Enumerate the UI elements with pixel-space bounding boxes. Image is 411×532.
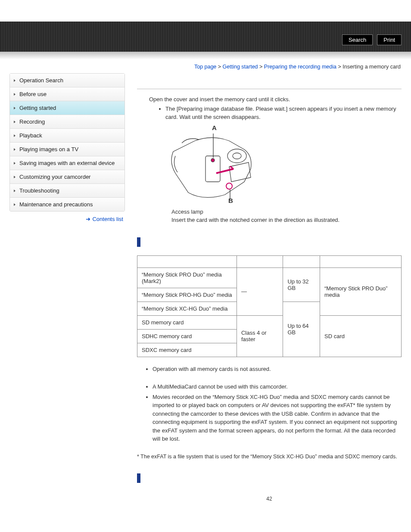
table-cell: SD memory card bbox=[137, 315, 237, 329]
table-cell: “Memory Stick XC-HG Duo” media bbox=[137, 302, 237, 315]
sidebar-item-playback[interactable]: Playback bbox=[10, 129, 125, 143]
page-number: 42 bbox=[137, 496, 402, 502]
table-cell: — bbox=[237, 268, 283, 315]
sidebar-item-recording[interactable]: Recording bbox=[10, 115, 125, 129]
note-item: A MultiMediaCard cannot be used with thi… bbox=[153, 383, 402, 391]
sidebar-item-saving-external[interactable]: Saving images with an external device bbox=[10, 156, 125, 170]
section-marker bbox=[137, 237, 140, 247]
diagram-label-a: A bbox=[212, 124, 217, 131]
breadcrumb-current: Inserting a memory card bbox=[342, 64, 401, 70]
breadcrumb-l2[interactable]: Preparing the recording media bbox=[264, 64, 336, 70]
sidebar-item-label: Getting started bbox=[19, 105, 56, 111]
note-item: Movies recorded on the “Memory Stick XC-… bbox=[153, 393, 402, 443]
print-button[interactable]: Print bbox=[377, 34, 402, 45]
section-marker bbox=[137, 473, 140, 483]
arrow-right-icon: ➜ bbox=[86, 216, 90, 222]
intro-bullet: The [Preparing image database file. Plea… bbox=[165, 105, 402, 121]
intro-text: Open the cover and insert the memory car… bbox=[149, 96, 402, 103]
table-cell: SDHC memory card bbox=[137, 329, 237, 343]
breadcrumb-l1[interactable]: Getting started bbox=[223, 64, 258, 70]
breadcrumb-top[interactable]: Top page bbox=[194, 64, 216, 70]
sidebar-item-troubleshooting[interactable]: Troubleshooting bbox=[10, 184, 125, 198]
table-cell: Up to 64 GB bbox=[283, 302, 320, 357]
table-cell: Up to 32 GB bbox=[283, 268, 320, 302]
sidebar-item-label: Maintenance and precautions bbox=[19, 201, 93, 208]
divider bbox=[137, 89, 402, 89]
svg-point-1 bbox=[233, 153, 241, 159]
sidebar-item-label: Customizing your camcorder bbox=[19, 174, 90, 180]
table-cell: “Memory Stick PRO-HG Duo” media bbox=[137, 288, 237, 302]
caption-insert: Insert the card with the notched corner … bbox=[171, 216, 402, 224]
sidebar-item-label: Saving images with an external device bbox=[19, 160, 115, 166]
table-cell: SD card bbox=[320, 315, 402, 357]
table-cell: “Memory Stick PRO Duo” media (Mark2) bbox=[137, 268, 237, 288]
search-button[interactable]: Search bbox=[342, 34, 373, 45]
diagram-label-b: B bbox=[228, 197, 233, 204]
header-band: Search Print bbox=[0, 22, 411, 52]
svg-point-0 bbox=[227, 149, 246, 163]
sidebar-item-getting-started[interactable]: Getting started bbox=[10, 101, 125, 115]
sidebar-item-label: Operation Search bbox=[19, 77, 63, 84]
caption-access-lamp: Access lamp bbox=[171, 208, 402, 216]
contents-list-link[interactable]: Contents list bbox=[92, 216, 123, 222]
sidebar-item-operation-search[interactable]: Operation Search bbox=[10, 74, 125, 87]
note-item: Operation with all memory cards is not a… bbox=[153, 365, 402, 373]
sidebar: Operation Search Before use Getting star… bbox=[9, 73, 125, 212]
sidebar-item-label: Before use bbox=[19, 91, 47, 97]
table-cell: “Memory Stick PRO Duo” media bbox=[320, 268, 402, 315]
sidebar-item-label: Playing images on a TV bbox=[19, 146, 78, 152]
sidebar-item-label: Recording bbox=[19, 118, 45, 125]
sidebar-item-before-use[interactable]: Before use bbox=[10, 87, 125, 101]
camcorder-diagram: A B bbox=[165, 126, 264, 203]
sidebar-item-label: Playback bbox=[19, 132, 42, 139]
footnote: * The exFAT is a file system that is use… bbox=[137, 453, 402, 461]
sidebar-item-label: Troubleshooting bbox=[19, 187, 59, 194]
memory-card-table: “Memory Stick PRO Duo” media (Mark2) — U… bbox=[137, 255, 402, 357]
sidebar-item-playing-tv[interactable]: Playing images on a TV bbox=[10, 143, 125, 156]
svg-point-4 bbox=[226, 183, 232, 189]
sidebar-item-customizing[interactable]: Customizing your camcorder bbox=[10, 170, 125, 184]
sidebar-item-maintenance[interactable]: Maintenance and precautions bbox=[10, 198, 125, 211]
svg-point-3 bbox=[211, 159, 215, 162]
table-cell: SDXC memory card bbox=[137, 343, 237, 357]
table-cell: Class 4 or faster bbox=[237, 315, 283, 357]
main-content: Open the cover and insert the memory car… bbox=[137, 73, 402, 502]
